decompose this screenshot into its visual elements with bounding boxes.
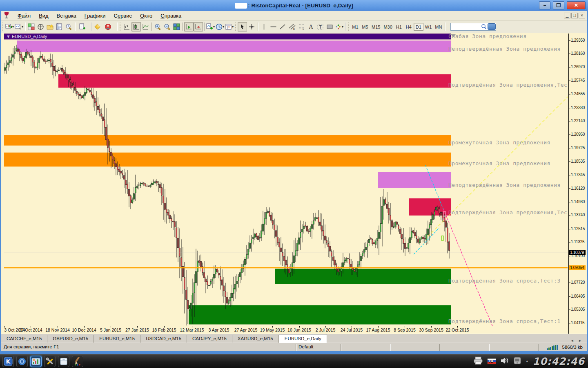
menu-вставка[interactable]: Вставка xyxy=(53,12,80,20)
profiles-button[interactable]: ▾ xyxy=(14,22,24,31)
date-tick-label: 17 Aug 2015 xyxy=(366,328,390,332)
metaeditor-button[interactable] xyxy=(93,22,102,31)
fibonacci-button[interactable]: F xyxy=(297,22,306,31)
channel-button[interactable]: E xyxy=(287,22,297,31)
search-icon[interactable] xyxy=(481,24,487,29)
templates-button[interactable]: ▾ xyxy=(225,22,234,31)
feedback-bubble-icon[interactable] xyxy=(488,23,496,30)
timeframe-d1[interactable]: D1 xyxy=(414,23,423,31)
auto-scroll-button[interactable] xyxy=(184,22,194,31)
order-marker-green[interactable] xyxy=(441,236,443,240)
price-tick-label: 1.12515 xyxy=(571,227,587,231)
shapes-button[interactable] xyxy=(325,22,334,31)
date-tick-label: 10 Dec 2014 xyxy=(72,328,96,332)
label-button[interactable]: T xyxy=(316,22,325,31)
title-bar[interactable]: : RistonCapital-Real - [EURUSD_e,Daily] … xyxy=(0,0,588,11)
alert-price-badge: 1.09054 xyxy=(569,265,586,270)
browser-icon[interactable] xyxy=(16,356,28,367)
tab-scroll-arrows[interactable]: ◄ ► xyxy=(570,339,587,343)
zoom-in-button[interactable] xyxy=(153,22,163,31)
chart-window[interactable]: Слабая Зона предложенияНеподтверждённая … xyxy=(1,33,587,334)
history-center-button[interactable] xyxy=(45,22,55,31)
timeframe-m5[interactable]: M5 xyxy=(360,23,370,31)
date-axis[interactable]: 3 Oct 201427 Oct 201418 Nov 201410 Dec 2… xyxy=(3,326,568,334)
kde-menu-button[interactable]: K xyxy=(2,356,14,367)
menu-справка[interactable]: Справка xyxy=(156,12,185,20)
chart-tab-bar: CADCHF_e,M15GBPUSD_e,M15EURUSD_e,M15USDC… xyxy=(1,334,587,343)
menu-окно[interactable]: Окно xyxy=(136,12,156,20)
market-watch-button[interactable] xyxy=(27,22,36,31)
timeframe-m15[interactable]: M15 xyxy=(370,23,382,31)
text-button[interactable]: A xyxy=(306,22,316,31)
mdi-minimize-button[interactable]: ▁ xyxy=(564,13,570,18)
minimize-button[interactable]: – xyxy=(539,1,550,9)
device-notifier-icon[interactable] xyxy=(513,357,521,366)
close-button[interactable]: ✕ xyxy=(567,1,586,9)
zoom-out-button[interactable] xyxy=(163,22,172,31)
timeframe-m30[interactable]: M30 xyxy=(382,23,394,31)
dropdown-caret-icon: ▾ xyxy=(342,25,343,29)
new-order-button[interactable] xyxy=(76,22,90,31)
chart-tab-cadjpy-e-m15[interactable]: CADJPY_e,M15 xyxy=(187,335,232,343)
trendline-button[interactable] xyxy=(278,22,287,31)
bar-chart-button[interactable] xyxy=(122,22,131,31)
indicators-button[interactable]: ▾ xyxy=(206,22,215,31)
navigator-button[interactable] xyxy=(36,22,45,31)
mdi-restore-button[interactable]: ❐ xyxy=(571,13,578,18)
chart-tab-cadchf-e-m15[interactable]: CADCHF_e,M15 xyxy=(1,335,47,343)
autotrading-button[interactable] xyxy=(102,22,116,31)
status-profile[interactable]: Default xyxy=(296,344,341,351)
supply-demand-zone xyxy=(378,172,451,188)
keyboard-layout-indicator[interactable]: ru xyxy=(487,358,496,364)
toolbar-grip xyxy=(120,22,121,31)
arrows-button[interactable]: ▾ xyxy=(334,22,344,31)
taskbar-clock[interactable]: 10:42:46 xyxy=(533,356,585,367)
price-tick-label: 1.19725 xyxy=(571,146,587,150)
mdi-close-button[interactable]: ✕ xyxy=(579,13,585,18)
timeframe-mn[interactable]: MN xyxy=(433,23,443,31)
timeframe-m1[interactable]: M1 xyxy=(350,23,360,31)
price-tick-mark xyxy=(569,121,570,121)
timeframe-h4[interactable]: H4 xyxy=(404,23,414,31)
menu-файл[interactable]: Файл xyxy=(13,12,35,20)
paint-app-icon[interactable] xyxy=(72,356,83,367)
crosshair-button[interactable] xyxy=(247,22,256,31)
chart-tab-usdcad-e-m15[interactable]: USDCAD_e,M15 xyxy=(140,335,187,343)
horizontal-line-button[interactable] xyxy=(269,22,278,31)
candlestick-chart-button[interactable] xyxy=(131,22,141,31)
tray-expand-icon[interactable]: ▲ xyxy=(526,359,529,363)
new-chart-button[interactable]: ▾ xyxy=(5,22,14,31)
search-input[interactable] xyxy=(451,24,481,30)
timeframe-w1[interactable]: W1 xyxy=(423,23,434,31)
menu-вид[interactable]: Вид xyxy=(35,12,53,20)
toolbar-separator xyxy=(445,22,445,31)
chart-tab-gbpusd-e-m15[interactable]: GBPUSD_e,M15 xyxy=(47,335,94,343)
vertical-line-button[interactable] xyxy=(259,22,269,31)
archive-box-icon[interactable] xyxy=(58,356,69,367)
line-chart-button[interactable] xyxy=(141,22,150,31)
menu-графики[interactable]: Графики xyxy=(80,12,110,20)
chart-shift-button[interactable] xyxy=(194,22,203,31)
strategy-tester-button[interactable] xyxy=(64,22,74,31)
chart-plot[interactable]: Слабая Зона предложенияНеподтверждённая … xyxy=(3,34,568,326)
chart-symbol-dropdown[interactable]: ▼ EURUSD_e,Daily xyxy=(6,34,47,39)
zone-label: Подтверждённая Зона предложения,Тест:1 xyxy=(448,82,568,88)
periods-button[interactable]: ▾ xyxy=(215,22,225,31)
chart-tab-xagusd-e-m15[interactable]: XAGUSD_e,M15 xyxy=(232,335,279,343)
price-axis[interactable]: 1.293501.281601.269701.257451.245551.233… xyxy=(568,34,586,334)
volume-icon[interactable] xyxy=(500,357,509,366)
chart-tab-eurusd-e-m15[interactable]: EURUSD_e,M15 xyxy=(94,335,140,343)
cursor-button[interactable] xyxy=(238,22,247,31)
timeframe-h1[interactable]: H1 xyxy=(394,23,404,31)
system-tools-icon[interactable] xyxy=(44,356,56,367)
chart-tab-eurusd-e-daily[interactable]: EURUSD_e,Daily xyxy=(279,334,327,343)
maximize-button[interactable]: ❐ xyxy=(553,1,564,9)
printer-icon[interactable] xyxy=(473,357,483,366)
menu-сервис[interactable]: Сервис xyxy=(110,12,136,20)
terminal-button[interactable] xyxy=(55,22,64,31)
supply-demand-zone xyxy=(4,153,451,166)
dropdown-caret-icon: ▾ xyxy=(232,25,234,29)
toolbar-separator xyxy=(151,22,152,31)
tile-windows-button[interactable] xyxy=(172,22,181,31)
metatrader-taskbar-icon[interactable] xyxy=(30,356,42,367)
